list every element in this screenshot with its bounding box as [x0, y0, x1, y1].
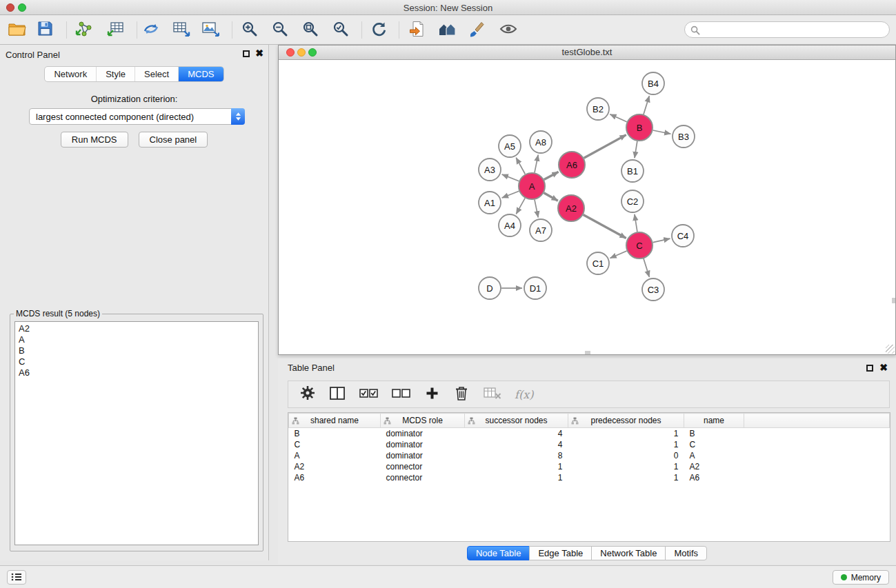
close-panel-button-2[interactable]: Close panel: [139, 132, 208, 148]
node-C4[interactable]: C4: [672, 225, 694, 247]
table-row[interactable]: A2connector11A2: [289, 461, 890, 472]
add-column-button[interactable]: [423, 385, 441, 404]
edge-A-A8[interactable]: [535, 155, 538, 173]
export-network-button[interactable]: [138, 18, 164, 42]
save-session-button[interactable]: [32, 18, 58, 42]
node-B1[interactable]: B1: [621, 160, 644, 182]
zoom-out-button[interactable]: [267, 18, 293, 42]
node-A5[interactable]: A5: [499, 135, 521, 157]
select-all-columns-button[interactable]: [358, 385, 379, 404]
run-mcds-button[interactable]: Run MCDS: [61, 132, 128, 148]
tab-mcds[interactable]: MCDS: [179, 67, 223, 81]
tab-network-table[interactable]: Network Table: [591, 546, 666, 560]
open-session-button[interactable]: [404, 18, 430, 42]
result-item[interactable]: A6: [15, 367, 258, 378]
edge-A6-B[interactable]: [584, 135, 626, 159]
window-resize-grip[interactable]: [886, 345, 895, 354]
column-header-predecessor-nodes[interactable]: predecessor nodes: [568, 414, 684, 428]
edge-A-A1[interactable]: [502, 191, 519, 198]
network-window-minimize-button[interactable]: [297, 48, 306, 57]
tab-network[interactable]: Network: [45, 67, 97, 81]
result-item[interactable]: C: [15, 356, 258, 367]
node-C1[interactable]: C1: [587, 252, 609, 274]
result-item[interactable]: A2: [15, 323, 258, 334]
node-A3[interactable]: A3: [479, 159, 501, 181]
edge-C-C2[interactable]: [635, 214, 637, 232]
unselect-all-columns-button[interactable]: [390, 385, 411, 404]
zoom-fit-button[interactable]: [297, 18, 323, 42]
table-settings-button[interactable]: [299, 385, 317, 404]
table-row[interactable]: A6connector11A6: [289, 472, 890, 483]
tab-motifs[interactable]: Motifs: [665, 546, 707, 560]
node-B2[interactable]: B2: [587, 98, 609, 120]
search-input[interactable]: [704, 23, 884, 36]
edge-A-A2[interactable]: [544, 193, 557, 201]
apply-layout-button[interactable]: [366, 18, 392, 42]
node-A6[interactable]: A6: [559, 152, 585, 178]
export-image-button[interactable]: [197, 18, 223, 42]
edge-C-C1[interactable]: [610, 251, 626, 258]
edge-A-A6[interactable]: [544, 172, 559, 179]
import-table-button[interactable]: [102, 18, 128, 42]
column-header-successor-nodes[interactable]: successor nodes: [465, 414, 568, 428]
node-B3[interactable]: B3: [673, 125, 695, 148]
table-panel-float-button[interactable]: [866, 365, 873, 372]
node-B4[interactable]: B4: [642, 72, 664, 94]
column-header-name[interactable]: name: [684, 414, 744, 428]
node-A1[interactable]: A1: [479, 192, 501, 214]
table-row[interactable]: Adominator80A: [289, 450, 890, 461]
result-item[interactable]: B: [15, 345, 258, 356]
network-overview-button[interactable]: [434, 18, 460, 42]
edge-A-A3[interactable]: [502, 174, 519, 181]
node-A7[interactable]: A7: [530, 219, 552, 241]
column-header-mcds-role[interactable]: MCDS role: [381, 414, 465, 428]
table-panel-close-button[interactable]: ✖: [879, 363, 888, 372]
show-columns-button[interactable]: [328, 385, 346, 404]
node-D1[interactable]: D1: [524, 277, 546, 299]
export-table-button[interactable]: [168, 18, 195, 42]
memory-button[interactable]: Memory: [833, 570, 889, 585]
edge-B-B1[interactable]: [635, 141, 637, 158]
edge-A-A5[interactable]: [516, 158, 525, 174]
function-builder-button[interactable]: f(x): [515, 388, 533, 401]
result-item[interactable]: A: [15, 334, 258, 345]
node-A2[interactable]: A2: [558, 195, 584, 221]
open-file-button[interactable]: [4, 18, 30, 42]
delete-column-button[interactable]: [452, 385, 470, 404]
delete-table-button[interactable]: [482, 385, 503, 404]
apply-style-button[interactable]: [464, 18, 490, 42]
network-canvas[interactable]: B4B2BB3A5A8A6B1A3AC2A1A2A4A7CC4C1C3DD1: [279, 60, 895, 354]
import-network-button[interactable]: [70, 18, 97, 42]
node-C3[interactable]: C3: [642, 278, 664, 301]
zoom-selected-button[interactable]: [328, 18, 354, 42]
edge-B-B4[interactable]: [644, 96, 649, 114]
tab-node-table[interactable]: Node Table: [467, 546, 530, 560]
task-history-button[interactable]: [7, 570, 26, 585]
close-panel-button[interactable]: ✖: [255, 48, 263, 58]
table-row[interactable]: Cdominator41C: [289, 439, 890, 450]
node-B[interactable]: B: [626, 114, 653, 141]
node-C[interactable]: C: [626, 232, 653, 258]
float-panel-button[interactable]: [243, 50, 250, 57]
network-window-close-button[interactable]: [286, 48, 295, 57]
network-window-zoom-button[interactable]: [308, 48, 317, 57]
column-header-shared-name[interactable]: shared name: [289, 414, 381, 428]
mcds-result-list[interactable]: A2ABCA6: [14, 321, 259, 545]
tab-edge-table[interactable]: Edge Table: [529, 546, 592, 560]
vertical-scroll-stub[interactable]: [892, 298, 895, 303]
node-A8[interactable]: A8: [530, 131, 552, 153]
optimization-criterion-select[interactable]: largest connected component (directed): [29, 108, 245, 125]
node-C2[interactable]: C2: [621, 190, 644, 212]
zoom-in-button[interactable]: [237, 18, 263, 42]
edge-A-A4[interactable]: [516, 198, 525, 214]
edge-A2-C[interactable]: [584, 215, 626, 239]
edge-A-A7[interactable]: [535, 200, 538, 218]
tab-select[interactable]: Select: [135, 67, 179, 81]
edge-C-C3[interactable]: [644, 258, 649, 277]
table-row[interactable]: Bdominator41B: [289, 428, 890, 439]
network-graph[interactable]: B4B2BB3A5A8A6B1A3AC2A1A2A4A7CC4C1C3DD1: [279, 60, 895, 354]
edge-B-B3[interactable]: [653, 130, 671, 134]
show-hide-button[interactable]: [495, 18, 521, 42]
edge-C-C4[interactable]: [653, 239, 670, 243]
node-A4[interactable]: A4: [499, 214, 521, 236]
